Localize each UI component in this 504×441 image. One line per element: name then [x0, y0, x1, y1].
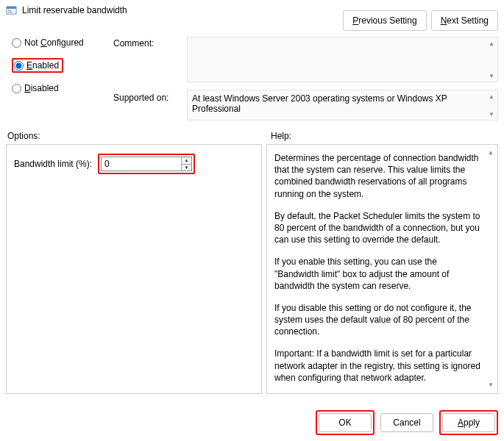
help-paragraph: If you disable this setting or do not co… — [274, 302, 481, 338]
ok-button[interactable]: OK — [319, 413, 372, 432]
bandwidth-limit-row: Bandwidth limit (%): ▲ ▼ — [14, 154, 254, 174]
radio-enabled-label: Enabled — [26, 60, 59, 71]
svg-rect-1 — [7, 7, 16, 9]
cancel-button[interactable]: Cancel — [380, 413, 433, 432]
ok-highlight: OK — [316, 410, 375, 435]
comment-label: Comment: — [113, 37, 182, 82]
panels-row: Bandwidth limit (%): ▲ ▼ Determines the … — [6, 144, 498, 394]
bandwidth-limit-highlight: ▲ ▼ — [98, 154, 195, 174]
policy-dialog: Limit reservable bandwidth Previous Sett… — [0, 0, 504, 441]
help-paragraph: Determines the percentage of connection … — [274, 152, 481, 200]
help-panel: Determines the percentage of connection … — [266, 144, 498, 394]
comment-box-wrap: ▲ ▼ — [187, 37, 498, 82]
bandwidth-limit-label: Bandwidth limit (%): — [14, 159, 92, 169]
radio-disabled-input[interactable] — [12, 84, 21, 93]
radio-disabled[interactable]: Disabled — [10, 82, 109, 94]
svg-rect-3 — [8, 12, 13, 12]
radio-enabled-input[interactable] — [14, 61, 24, 71]
dialog-title: Limit reservable bandwidth — [22, 5, 127, 15]
supported-label: Supported on: — [113, 82, 182, 121]
help-paragraph: If you enable this setting, you can use … — [274, 256, 481, 292]
bandwidth-limit-spinner[interactable]: ▲ ▼ — [101, 157, 192, 171]
options-label: Options: — [6, 131, 266, 141]
radio-disabled-label: Disabled — [24, 83, 59, 93]
dialog-buttons: OK Cancel Apply — [316, 410, 498, 435]
svg-rect-2 — [8, 10, 11, 11]
supported-box-wrap: At least Windows Server 2003 operating s… — [187, 90, 498, 121]
help-label: Help: — [266, 131, 498, 141]
spinner-down-button[interactable]: ▼ — [182, 165, 191, 171]
supported-textarea: At least Windows Server 2003 operating s… — [187, 90, 498, 121]
spinner-up-button[interactable]: ▲ — [182, 157, 191, 165]
options-panel: Bandwidth limit (%): ▲ ▼ — [6, 144, 262, 394]
scroll-down-icon: ▼ — [486, 380, 496, 390]
scroll-up-icon: ▲ — [486, 148, 496, 158]
panels-labels: Options: Help: — [6, 131, 498, 141]
help-paragraph: By default, the Packet Scheduler limits … — [274, 210, 481, 246]
comment-textarea[interactable] — [187, 37, 498, 82]
next-setting-button[interactable]: Next Setting — [431, 10, 498, 31]
radio-not-configured-label: Not Configured — [24, 37, 84, 48]
state-radio-group: Not Configured Enabled Disabled — [6, 37, 109, 121]
apply-button[interactable]: Apply — [442, 413, 495, 432]
radio-not-configured-input[interactable] — [12, 38, 21, 48]
bandwidth-limit-input[interactable] — [102, 157, 181, 171]
previous-setting-button[interactable]: Previous Setting — [343, 10, 426, 31]
top-grid: Not Configured Enabled Disabled Comment:… — [6, 37, 498, 121]
radio-not-configured[interactable]: Not Configured — [10, 37, 109, 49]
help-paragraph: Important: If a bandwidth limit is set f… — [274, 348, 481, 384]
radio-enabled[interactable]: Enabled — [10, 57, 109, 74]
apply-highlight: Apply — [439, 410, 498, 435]
policy-icon — [6, 4, 18, 16]
nav-buttons: Previous Setting Next Setting — [343, 10, 498, 31]
